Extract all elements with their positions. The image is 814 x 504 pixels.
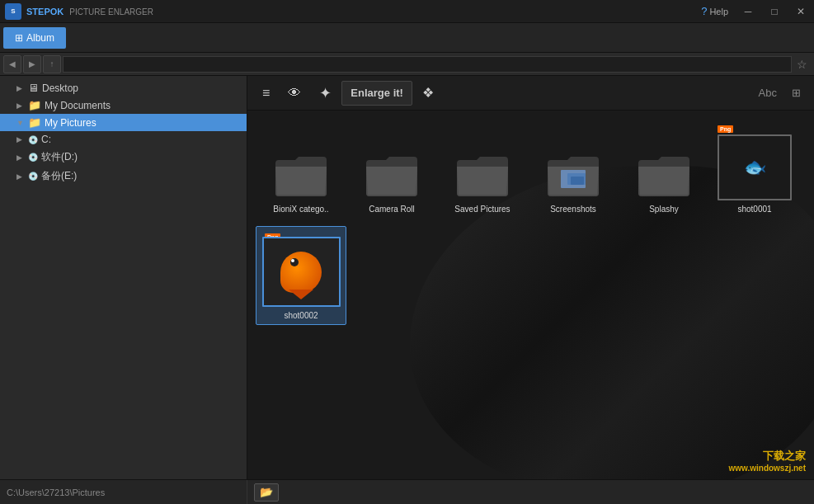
enlarge-button[interactable]: Enlarge it! [341, 81, 412, 106]
album-button[interactable]: ⊞ Album [3, 27, 66, 49]
preview-button[interactable]: 👁 [280, 81, 309, 106]
toolbar: ⊞ Album [0, 23, 814, 53]
sidebar-item-my-pictures[interactable]: ▼ 📁 My Pictures [0, 114, 247, 131]
path-input[interactable] [63, 56, 792, 73]
help-button[interactable]: ? Help [694, 5, 735, 17]
wand-icon: ✦ [319, 84, 332, 102]
file-name: Camera Roll [369, 204, 415, 214]
file-name: shot0002 [284, 310, 318, 321]
title-bar-right: ? Help ─ □ ✕ [694, 0, 814, 23]
notes-button[interactable]: ≡ [254, 81, 278, 106]
sidebar-item-my-documents[interactable]: ▶ 📁 My Documents [0, 97, 247, 114]
nav-bar: ◀ ▶ ↑ ☆ [0, 53, 814, 76]
folder-icon [634, 151, 694, 200]
back-button[interactable]: ◀ [3, 55, 21, 73]
watermark: 下载之家 www.windowszj.net [728, 449, 806, 473]
tree-arrow: ▶ [16, 101, 25, 110]
app-title: STEPOK PICTURE ENLARGER [26, 7, 153, 16]
folder-icon [271, 151, 331, 200]
svg-rect-2 [571, 177, 584, 185]
status-bar: C:\Users\27213\Pictures 📂 [0, 479, 814, 504]
maximize-button[interactable]: □ [761, 0, 788, 23]
open-folder-button[interactable]: 📂 [254, 483, 279, 502]
file-thumbnail [262, 237, 341, 307]
forward-button[interactable]: ▶ [23, 55, 41, 73]
title-bar-left: S STEPOK PICTURE ENLARGER [0, 3, 153, 20]
file-item-shot0001[interactable]: Png 🐟 shot0001 [709, 119, 800, 218]
file-name: Saved Pictures [454, 204, 510, 214]
album-icon: ⊞ [15, 32, 23, 44]
favorite-button[interactable]: ☆ [793, 58, 811, 71]
folder-item-splashy[interactable]: Splashy [619, 119, 709, 218]
wand-button[interactable]: ✦ [311, 81, 340, 106]
folder-icon [453, 151, 512, 200]
folder-item-screenshots[interactable]: Screenshots [528, 119, 619, 218]
png-badge: Png [718, 125, 733, 133]
main-area: ▶ 🖥 Desktop ▶ 📁 My Documents ▼ 📁 My Pict… [0, 76, 814, 479]
close-button[interactable]: ✕ [788, 0, 814, 23]
sidebar-item-d[interactable]: ▶ 💿 软件(D:) [0, 148, 247, 167]
file-name: Splashy [649, 204, 679, 214]
action-toolbar: ≡ 👁 ✦ Enlarge it! ❖ Abc ⊞ [247, 76, 814, 111]
eye-icon: 👁 [288, 86, 301, 101]
tree-arrow: ▶ [16, 172, 25, 181]
file-name: shot0001 [737, 204, 771, 214]
notes-icon: ≡ [262, 86, 270, 101]
folder-item-bionix[interactable]: BioniX catego.. [256, 119, 346, 218]
tree-arrow: ▼ [16, 119, 25, 127]
folder-item-camera-roll[interactable]: Camera Roll [346, 119, 437, 218]
folder-icon [543, 151, 603, 200]
content-area: ≡ 👁 ✦ Enlarge it! ❖ Abc ⊞ [247, 76, 814, 479]
view-grid-button[interactable]: ⊞ [785, 83, 807, 102]
minimize-button[interactable]: ─ [735, 0, 761, 23]
tree-arrow: ▶ [16, 84, 25, 92]
tree-arrow: ▶ [16, 135, 25, 144]
file-name: BioniX catego.. [273, 204, 328, 214]
path-status: C:\Users\27213\Pictures [0, 480, 247, 504]
fish-character [280, 252, 322, 293]
text-button[interactable]: Abc [752, 83, 783, 102]
thumbnail-preview: 🐟 [744, 157, 766, 178]
file-item-shot0002[interactable]: Png shot0002 [256, 226, 346, 325]
up-button[interactable]: ↑ [43, 55, 61, 73]
sidebar-item-e[interactable]: ▶ 💿 备份(E:) [0, 167, 247, 186]
items-container: BioniX catego.. Camera Roll [256, 119, 806, 325]
folder-icon [362, 151, 421, 200]
layers-button[interactable]: ❖ [414, 81, 442, 106]
sidebar-item-desktop[interactable]: ▶ 🖥 Desktop [0, 79, 247, 97]
tree-arrow: ▶ [16, 153, 25, 162]
layers-icon: ❖ [422, 85, 434, 101]
folder-item-saved-pictures[interactable]: Saved Pictures [437, 119, 528, 218]
file-thumbnail: 🐟 [718, 134, 792, 200]
file-grid: BioniX catego.. Camera Roll [247, 111, 814, 479]
app-logo: S [5, 3, 21, 20]
sidebar: ▶ 🖥 Desktop ▶ 📁 My Documents ▼ 📁 My Pict… [0, 76, 247, 479]
title-bar: S STEPOK PICTURE ENLARGER ? Help ─ □ ✕ [0, 0, 814, 23]
file-name: Screenshots [550, 204, 596, 214]
sidebar-item-c[interactable]: ▶ 💿 C: [0, 131, 247, 148]
